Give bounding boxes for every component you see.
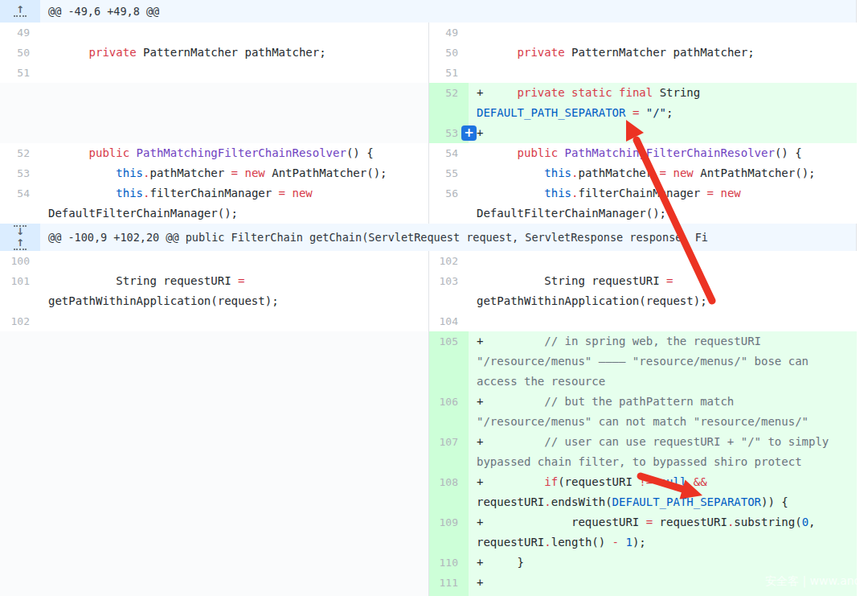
code-cell-new <box>469 251 857 271</box>
expand-down-button[interactable]: ↓ <box>14 225 27 236</box>
expand-gutter: ↑ <box>0 0 40 23</box>
line-number-new[interactable]: 51 <box>428 63 469 83</box>
code-line: + // in spring web, the requestURI <box>477 331 849 351</box>
code-line <box>48 311 420 331</box>
line-number-old[interactable]: 102 <box>0 311 40 331</box>
diff-row: 52 public PathMatchingFilterChainResolve… <box>0 143 856 163</box>
code-cell-old <box>40 553 428 573</box>
code-cell-new: public PathMatchingFilterChainResolver()… <box>469 143 857 163</box>
code-line: + // user can use requestURI + "/" to si… <box>477 432 849 452</box>
hunk-header-text: @@ -49,6 +49,8 @@ <box>40 0 856 23</box>
code-cell-old <box>40 512 428 553</box>
code-cell-old <box>40 83 428 123</box>
line-number-old[interactable]: 51 <box>0 63 40 83</box>
diff-row: 107+ // user can use requestURI + "/" to… <box>0 432 856 472</box>
code-cell-new <box>469 63 857 83</box>
code-cell-new: + // but the pathPattern match"/resource… <box>469 392 857 432</box>
diff-row: 111+ <box>0 573 856 596</box>
dotted-line <box>14 15 27 17</box>
line-number-new[interactable]: 108 <box>428 472 469 512</box>
line-number-new[interactable]: 111 <box>428 573 469 596</box>
line-number-new[interactable]: 54 <box>428 143 469 163</box>
line-number-old-empty <box>0 573 40 596</box>
code-cell-new: + if(requestURI != null &&requestURI.end… <box>469 472 857 512</box>
line-number-old-empty <box>0 331 40 392</box>
code-line: access the resource <box>477 372 849 392</box>
expand-up-button[interactable]: ↑ <box>14 239 27 250</box>
line-number-old[interactable]: 100 <box>0 251 40 271</box>
line-number-new[interactable]: 110 <box>428 553 469 573</box>
code-cell-old <box>40 23 428 43</box>
code-cell-new: String requestURI =getPathWithinApplicat… <box>469 271 857 311</box>
diff-row: 106+ // but the pathPattern match"/resou… <box>0 392 856 432</box>
code-line: this.filterChainManager = new <box>48 183 420 203</box>
code-cell-new: + requestURI = requestURI.substring(0,re… <box>469 512 857 553</box>
code-cell-old <box>40 123 428 143</box>
line-number-new[interactable]: 53+ <box>428 123 469 143</box>
code-cell-old <box>40 432 428 472</box>
line-number-old[interactable]: 50 <box>0 43 40 63</box>
code-line: public PathMatchingFilterChainResolver()… <box>48 143 420 163</box>
expand-up-icon: ↑ <box>16 6 24 14</box>
code-cell-new <box>469 23 857 43</box>
line-number-new[interactable]: 49 <box>428 23 469 43</box>
diff-row: 105+ // in spring web, the requestURI"/r… <box>0 331 856 392</box>
line-number-new[interactable]: 107 <box>428 432 469 472</box>
line-number-new[interactable]: 106 <box>428 392 469 432</box>
diff-row: 109+ requestURI = requestURI.substring(0… <box>0 512 856 553</box>
diff-row: 54 this.filterChainManager = newDefaultF… <box>0 183 856 224</box>
code-line: requestURI.length() - 1); <box>477 532 849 553</box>
line-number-old[interactable]: 53 <box>0 163 40 183</box>
expand-up-icon: ↑ <box>16 239 24 248</box>
add-comment-button[interactable]: + <box>461 125 477 141</box>
line-number-new[interactable]: 104 <box>428 311 469 331</box>
code-line <box>48 251 420 271</box>
line-number-old[interactable]: 52 <box>0 143 40 163</box>
code-line: "/resource/menus" can not match "resourc… <box>477 412 849 432</box>
diff-row: 102 104 <box>0 311 856 331</box>
code-line: getPathWithinApplication(request); <box>48 291 420 311</box>
code-line: this.pathMatcher = new AntPathMatcher(); <box>48 163 420 183</box>
code-cell-old <box>40 573 428 596</box>
diff-row: 51 51 <box>0 63 856 83</box>
expand-up-button[interactable]: ↑ <box>14 6 27 17</box>
line-number-new[interactable]: 55 <box>428 163 469 183</box>
line-number-new[interactable]: 105 <box>428 331 469 392</box>
line-number-old-empty <box>0 83 40 123</box>
code-cell-old <box>40 311 428 331</box>
code-cell-new: this.filterChainManager = newDefaultFilt… <box>469 183 857 224</box>
code-line: + requestURI = requestURI.substring(0, <box>477 512 849 532</box>
line-number-old[interactable]: 54 <box>0 183 40 224</box>
code-line: private PatternMatcher pathMatcher; <box>477 43 849 63</box>
diff-split-view: ↑@@ -49,6 +49,8 @@49 49 50 private Patte… <box>0 0 857 596</box>
expand-down-icon: ↓ <box>16 228 24 236</box>
code-line: this.pathMatcher = new AntPathMatcher(); <box>477 163 849 183</box>
code-line: + private static final String <box>477 83 849 103</box>
code-cell-old: String requestURI =getPathWithinApplicat… <box>40 271 428 311</box>
line-number-old[interactable]: 101 <box>0 271 40 311</box>
code-line <box>477 23 849 43</box>
diff-row: 49 49 <box>0 23 856 43</box>
line-number-new[interactable]: 52 <box>428 83 469 123</box>
line-number-new[interactable]: 109 <box>428 512 469 553</box>
hunk-header-text: @@ -100,9 +102,20 @@ public FilterChain … <box>40 224 856 251</box>
line-number-new[interactable]: 102 <box>428 251 469 271</box>
code-line: DefaultFilterChainManager(); <box>48 203 420 224</box>
code-line: String requestURI = <box>48 271 420 291</box>
line-number-new[interactable]: 50 <box>428 43 469 63</box>
diff-row: 110+ } <box>0 553 856 573</box>
line-number-new[interactable]: 56 <box>428 183 469 224</box>
line-number-old[interactable]: 49 <box>0 23 40 43</box>
code-line: String requestURI = <box>477 271 849 291</box>
line-number-old-empty <box>0 472 40 512</box>
code-cell-old <box>40 392 428 432</box>
code-cell-old: this.pathMatcher = new AntPathMatcher(); <box>40 163 428 183</box>
code-line <box>48 23 420 43</box>
line-number-new[interactable]: 103 <box>428 271 469 311</box>
code-cell-old <box>40 63 428 83</box>
code-line: + // but the pathPattern match <box>477 392 849 412</box>
code-cell-new <box>469 311 857 331</box>
code-line: requestURI.endsWith(DEFAULT_PATH_SEPARAT… <box>477 492 849 512</box>
code-line: private PatternMatcher pathMatcher; <box>48 43 420 63</box>
code-cell-old <box>40 331 428 392</box>
